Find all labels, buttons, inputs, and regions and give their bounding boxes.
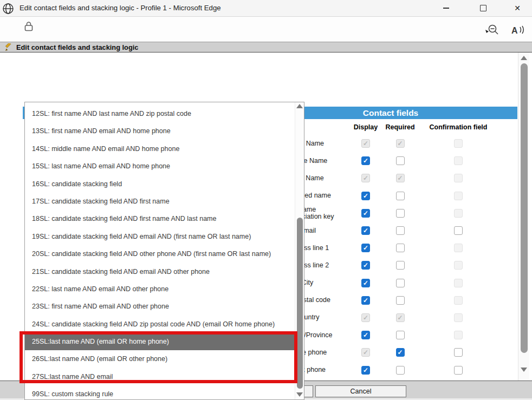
- display-checkbox[interactable]: ✓: [361, 244, 370, 252]
- dropdown-item[interactable]: 22SL: last name AND email AND other phon…: [25, 280, 295, 298]
- dropdown-item[interactable]: 24SL: candidate stacking field AND zip p…: [25, 316, 295, 333]
- dropdown-item[interactable]: 19SL: candidate stacking field AND email…: [25, 228, 295, 245]
- dropdown-item[interactable]: 17SL: candidate stacking field AND first…: [25, 193, 295, 210]
- confirmation-checkbox: [454, 209, 463, 218]
- display-checkbox: ✓: [361, 174, 370, 182]
- confirmation-checkbox[interactable]: [454, 348, 463, 357]
- required-checkbox[interactable]: ✓: [396, 348, 405, 357]
- window-title: Edit contact fields and stacking logic -…: [20, 4, 221, 12]
- column-header-confirmation-field: Confirmation field: [420, 123, 497, 131]
- globe-icon: [2, 2, 15, 15]
- dropdown-item[interactable]: 99SL: custom stacking rule: [25, 385, 295, 400]
- required-checkbox[interactable]: [396, 156, 405, 165]
- dropdown-scrollbar[interactable]: [295, 102, 304, 399]
- required-checkbox[interactable]: [396, 296, 405, 305]
- read-aloud-icon[interactable]: A: [510, 23, 527, 37]
- display-checkbox: ✓: [361, 313, 370, 322]
- display-checkbox[interactable]: ✓: [361, 226, 370, 235]
- display-checkbox[interactable]: ✓: [361, 156, 370, 165]
- confirmation-checkbox[interactable]: [454, 226, 463, 235]
- dropdown-item[interactable]: 26SL:last name AND (email OR other phone…: [25, 350, 295, 368]
- column-header-display: Display: [351, 123, 380, 131]
- title-bar: Edit contact fields and stacking logic -…: [0, 0, 532, 17]
- main-scrollbar-thumb[interactable]: [521, 63, 528, 353]
- dropdown-item[interactable]: 13SL: first name AND email AND home phon…: [25, 122, 295, 140]
- confirmation-checkbox: [454, 244, 463, 252]
- close-button[interactable]: ✕: [507, 0, 528, 16]
- dropdown-scrollbar-thumb[interactable]: [297, 218, 303, 389]
- confirmation-checkbox[interactable]: [454, 366, 463, 375]
- required-checkbox[interactable]: [396, 331, 405, 339]
- dropdown-item[interactable]: 12SL: first name AND last name AND zip p…: [25, 105, 295, 122]
- required-checkbox: ✓: [396, 174, 405, 182]
- minimize-button[interactable]: [435, 0, 457, 16]
- scroll-up-icon[interactable]: [521, 56, 527, 60]
- required-checkbox[interactable]: [396, 226, 405, 235]
- display-checkbox[interactable]: ✓: [361, 261, 370, 270]
- confirmation-checkbox: [454, 139, 463, 148]
- pencil-icon: [5, 43, 13, 51]
- lock-icon[interactable]: [24, 21, 34, 32]
- display-checkbox[interactable]: ✓: [361, 296, 370, 305]
- scroll-down-icon[interactable]: [521, 368, 527, 372]
- required-checkbox[interactable]: [396, 244, 405, 252]
- dropdown-item[interactable]: 18SL: candidate stacking field AND first…: [25, 210, 295, 227]
- confirmation-checkbox: [454, 174, 463, 182]
- maximize-icon: [480, 5, 486, 11]
- required-checkbox[interactable]: [396, 261, 405, 270]
- confirmation-checkbox: [454, 261, 463, 270]
- column-header-required: Required: [380, 123, 420, 131]
- close-icon: ✕: [514, 4, 521, 12]
- display-checkbox: ✓: [361, 348, 370, 357]
- confirmation-checkbox: [454, 279, 463, 287]
- confirmation-checkbox: [454, 296, 463, 305]
- svg-text:A: A: [511, 26, 518, 35]
- browser-window: Edit contact fields and stacking logic -…: [0, 0, 532, 400]
- dropdown-scroll-up-icon[interactable]: [296, 104, 303, 108]
- required-checkbox[interactable]: [396, 279, 405, 287]
- stacking-dropdown-list: 12SL: first name AND last name AND zip p…: [24, 102, 304, 400]
- zoom-out-icon[interactable]: [484, 23, 501, 37]
- dropdown-item[interactable]: 21SL: candidate stacking field AND email…: [25, 263, 295, 280]
- display-checkbox[interactable]: ✓: [361, 192, 370, 200]
- display-checkbox[interactable]: ✓: [361, 331, 370, 339]
- required-checkbox[interactable]: [396, 192, 405, 200]
- dropdown-items: 12SL: first name AND last name AND zip p…: [25, 105, 295, 400]
- main-scrollbar[interactable]: [518, 53, 529, 381]
- dropdown-item[interactable]: 16SL: candidate stacking field: [25, 175, 295, 193]
- dropdown-item[interactable]: 14SL: middle name AND email AND home pho…: [25, 140, 295, 158]
- required-checkbox: ✓: [396, 313, 405, 322]
- required-checkbox: ✓: [396, 139, 405, 148]
- confirmation-checkbox: [454, 313, 463, 322]
- dropdown-item[interactable]: 27SL:last name AND email: [25, 368, 295, 385]
- required-checkbox[interactable]: [396, 209, 405, 218]
- display-checkbox[interactable]: ✓: [361, 279, 370, 287]
- confirmation-checkbox: [454, 156, 463, 165]
- dropdown-item[interactable]: 20SL: candidate stacking field AND other…: [25, 245, 295, 263]
- required-checkbox[interactable]: [396, 366, 405, 375]
- display-checkbox: ✓: [361, 139, 370, 148]
- maximize-button[interactable]: [472, 0, 494, 16]
- page-header: Edit contact fields and stacking logic: [0, 42, 532, 53]
- confirmation-checkbox: [454, 331, 463, 339]
- dropdown-item-highlighted[interactable]: 25SL:last name AND (email OR home phone): [25, 333, 295, 350]
- confirmation-checkbox: [454, 192, 463, 200]
- page-header-label: Edit contact fields and stacking logic: [16, 43, 138, 51]
- dropdown-item[interactable]: 15SL: last name AND email AND home phone: [25, 158, 295, 175]
- browser-toolbar: A: [0, 17, 532, 42]
- dropdown-scroll-down-icon[interactable]: [296, 392, 303, 397]
- display-checkbox[interactable]: ✓: [361, 209, 370, 218]
- dropdown-item[interactable]: 23SL: first name AND email AND other pho…: [25, 298, 295, 315]
- minimize-icon: [443, 8, 449, 9]
- display-checkbox[interactable]: ✓: [361, 366, 370, 375]
- cancel-button[interactable]: Cancel: [315, 385, 406, 397]
